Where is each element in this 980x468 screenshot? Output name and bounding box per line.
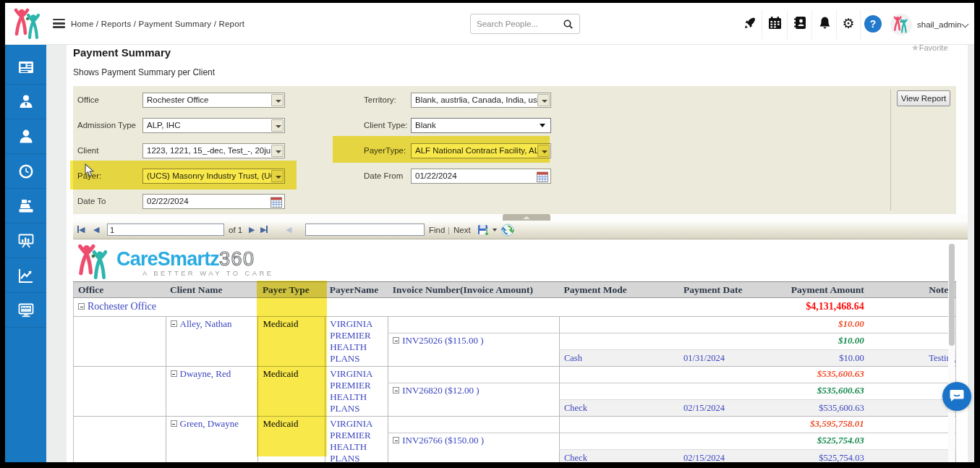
sidebar-item-billing[interactable] <box>5 189 46 224</box>
client-type-select[interactable]: Blank <box>411 118 551 133</box>
collapse-client-icon[interactable] <box>171 320 177 327</box>
collapse-invoice-icon[interactable] <box>393 337 399 344</box>
client-total: $3,595,758.01 <box>748 417 867 433</box>
top-bar: Home / Reports / Payment Summary / Repor… <box>5 3 974 45</box>
sidebar-item-clients[interactable] <box>5 119 46 154</box>
col-office: Office <box>74 282 166 298</box>
sidebar-item-caregivers[interactable] <box>5 85 46 119</box>
chat-button[interactable] <box>942 382 971 411</box>
select-arrow-icon <box>540 124 545 127</box>
date-from-label: Date From <box>364 171 403 180</box>
collapse-client-icon[interactable] <box>171 370 177 377</box>
invoice-number[interactable]: INV25026 ($115.00 ) <box>402 335 484 346</box>
collapse-office-icon[interactable] <box>78 303 85 310</box>
calendar-icon[interactable] <box>767 16 783 32</box>
invoice-number[interactable]: INV26766 ($150.00 ) <box>402 435 484 446</box>
scrollbar-thumb[interactable] <box>949 244 955 346</box>
prev-page-button[interactable]: ◀ <box>93 225 99 234</box>
page-title: Payment Summary <box>73 46 171 59</box>
report-vertical-scrollbar[interactable] <box>948 244 955 462</box>
dropdown-arrow-icon[interactable] <box>271 119 284 132</box>
search-people-input[interactable] <box>477 15 560 33</box>
collapse-parameters-handle[interactable] <box>503 214 550 221</box>
chevron-down-icon[interactable] <box>962 21 969 28</box>
export-icon[interactable] <box>477 224 490 237</box>
sidebar-item-reports[interactable] <box>5 224 46 258</box>
office-group-name[interactable]: Rochester Office <box>88 301 156 312</box>
separator <box>762 10 762 39</box>
client-row: Green, Dwayne Medicaid VIRGINIA PREMIER … <box>74 417 956 433</box>
office-dropdown[interactable]: Rochester Office <box>142 93 285 108</box>
payer-name-cell: VIRGINIA PREMIER HEALTH PLANS <box>325 417 388 463</box>
sidebar-item-dashboard[interactable] <box>5 50 46 85</box>
dropdown-arrow-icon[interactable] <box>271 145 284 157</box>
refresh-icon[interactable] <box>501 224 514 237</box>
date-to-field[interactable]: 02/22/2024 <box>142 194 285 209</box>
find-text-input[interactable] <box>305 224 425 236</box>
avatar[interactable] <box>890 14 912 35</box>
next-page-button[interactable]: ▶ <box>249 225 255 234</box>
search-people-box <box>470 14 580 34</box>
collapse-client-icon[interactable] <box>171 420 177 427</box>
menu-hamburger-icon[interactable] <box>53 19 65 28</box>
invoice-total: $535,600.63 <box>748 383 867 400</box>
client-dropdown[interactable]: 1223, 1221, 15_-dec, Test_-, 20ju <box>142 143 285 158</box>
table-header-row: Office Client Name Payer Type PayerName … <box>74 282 956 298</box>
payer-name-cell: VIRGINIA PREMIER HEALTH PLANS <box>325 317 388 367</box>
collapse-invoice-icon[interactable] <box>393 437 399 443</box>
dropdown-arrow-icon[interactable] <box>537 94 550 106</box>
territory-dropdown[interactable]: Blank, austrlia, Canada, India, usa <box>411 93 551 108</box>
payment-mode: Cash <box>559 350 679 367</box>
export-dropdown-caret[interactable] <box>493 229 497 231</box>
person-icon <box>18 129 34 145</box>
page-subtitle: Shows Payment Summary per Client <box>73 67 215 77</box>
payer-type-cell: Medicaid <box>258 367 325 417</box>
settings-gear-icon[interactable]: ⚙ <box>840 16 856 32</box>
contacts-icon[interactable] <box>792 16 808 32</box>
col-client-name: Client Name <box>166 282 258 298</box>
find-button[interactable]: Find <box>429 226 445 234</box>
payer-dropdown[interactable]: (UCS) Masonry Industry Trust, (UC <box>142 169 285 184</box>
admission-type-dropdown[interactable]: ALP, IHC <box>142 118 285 133</box>
help-icon[interactable]: ? <box>864 15 882 33</box>
sidebar-item-analytics[interactable] <box>5 258 46 293</box>
dropdown-arrow-icon[interactable] <box>271 170 284 182</box>
col-payment-amount: Payment Amount <box>748 282 867 298</box>
chat-icon <box>950 389 964 402</box>
client-row: Alley, Nathan Medicaid VIRGINIA PREMIER … <box>74 317 956 333</box>
collapse-invoice-icon[interactable] <box>393 387 399 393</box>
sidebar-item-training[interactable] <box>5 293 46 328</box>
page-number-input[interactable] <box>107 224 224 236</box>
parameters-collapse-strip <box>73 214 968 221</box>
calendar-picker-icon[interactable] <box>537 171 548 182</box>
report-logo-tagline: A BETTER WAY TO CARE <box>142 269 274 277</box>
client-name[interactable]: Green, Dwayne <box>180 418 239 429</box>
find-next-separator: | <box>448 226 450 234</box>
last-page-button[interactable]: ▶ <box>260 225 268 234</box>
dropdown-arrow-icon[interactable] <box>271 94 284 106</box>
invoice-number[interactable]: INV26820 ($12.00 ) <box>402 385 480 396</box>
client-name[interactable]: Alley, Nathan <box>180 318 232 329</box>
calendar-picker-icon[interactable] <box>270 197 282 208</box>
clock-icon <box>18 163 34 179</box>
username[interactable]: shail_admin <box>917 20 961 29</box>
separator <box>787 10 788 39</box>
notifications-bell-icon[interactable] <box>817 16 832 32</box>
view-report-button[interactable]: View Report <box>897 90 950 106</box>
payer-type-dropdown[interactable]: ALF National Contract Facility, ALF <box>411 143 551 158</box>
client-label: Client <box>77 146 98 155</box>
dropdown-arrow-icon[interactable] <box>537 145 550 157</box>
first-page-button[interactable]: ◀ <box>77 225 85 234</box>
search-icon[interactable] <box>563 20 573 29</box>
separator <box>836 10 837 39</box>
next-button[interactable]: Next <box>453 226 471 234</box>
office-total: $4,131,468.64 <box>748 298 867 317</box>
col-spacer <box>867 282 925 298</box>
date-from-field[interactable]: 01/22/2024 <box>411 169 551 184</box>
client-name[interactable]: Dwayne, Red <box>180 368 231 379</box>
breadcrumb[interactable]: Home / Reports / Payment Summary / Repor… <box>71 20 244 28</box>
caregiver-icon <box>18 94 34 110</box>
sidebar-item-scheduling[interactable] <box>5 154 46 189</box>
back-button[interactable]: ◀ <box>286 225 291 234</box>
rocket-icon[interactable] <box>742 16 758 32</box>
